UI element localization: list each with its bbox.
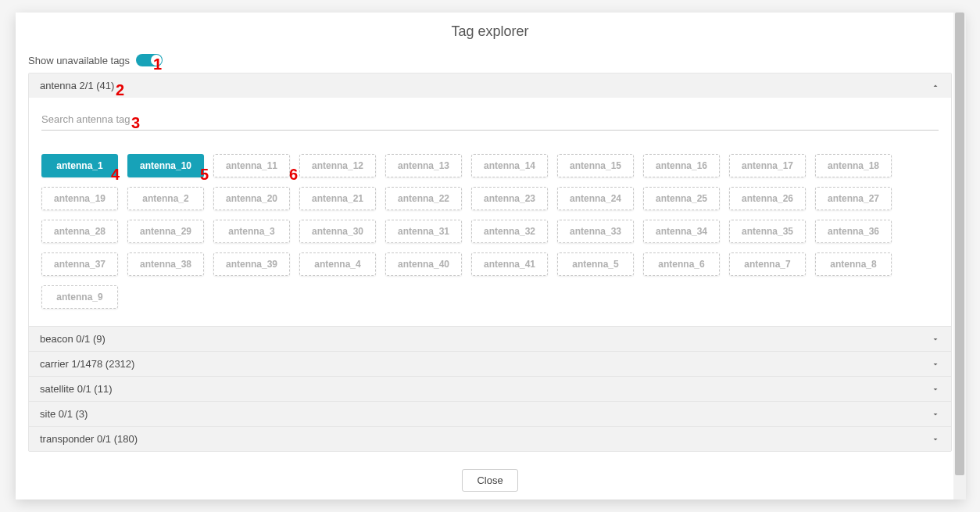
toggle-label: Show unavailable tags [28, 55, 130, 66]
tag-antenna-7[interactable]: antenna_7 [729, 252, 806, 276]
tag-antenna-21[interactable]: antenna_21 [299, 187, 376, 210]
tag-antenna-15[interactable]: antenna_15 [557, 154, 634, 177]
tag-grid: antenna_1 antenna_10 antenna_11 antenna_… [41, 140, 939, 312]
accordion-item-antenna: antenna 2/1 (41) antenna_1 antenna_10 an… [29, 73, 951, 326]
accordion-header-label: antenna 2/1 (41) [40, 80, 114, 91]
tag-antenna-16[interactable]: antenna_16 [643, 154, 720, 177]
modal-footer: Close [16, 461, 964, 499]
tag-antenna-41[interactable]: antenna_41 [471, 252, 548, 276]
accordion-header-label: transponder 0/1 (180) [40, 433, 138, 445]
accordion-item-beacon: beacon 0/1 (9) [29, 326, 951, 351]
accordion-header-site[interactable]: site 0/1 (3) [29, 401, 951, 426]
chevron-down-icon [931, 410, 940, 419]
tag-antenna-8[interactable]: antenna_8 [815, 252, 892, 276]
tag-antenna-31[interactable]: antenna_31 [385, 220, 462, 243]
chevron-down-icon [931, 385, 940, 394]
accordion-header-label: carrier 1/1478 (2312) [40, 358, 134, 370]
tag-antenna-6[interactable]: antenna_6 [643, 252, 720, 276]
accordion-header-label: site 0/1 (3) [40, 408, 88, 420]
chevron-down-icon [931, 335, 940, 344]
accordion-item-transponder: transponder 0/1 (180) [29, 426, 951, 451]
tag-antenna-4[interactable]: antenna_4 [299, 252, 376, 276]
accordion-header-carrier[interactable]: carrier 1/1478 (2312) [29, 351, 951, 376]
accordion-header-transponder[interactable]: transponder 0/1 (180) [29, 426, 951, 451]
accordion: antenna 2/1 (41) antenna_1 antenna_10 an… [28, 73, 952, 452]
tag-antenna-9[interactable]: antenna_9 [41, 285, 118, 309]
accordion-header-antenna[interactable]: antenna 2/1 (41) [29, 73, 951, 98]
tag-antenna-20[interactable]: antenna_20 [213, 187, 290, 210]
tag-antenna-2[interactable]: antenna_2 [127, 187, 204, 210]
tag-antenna-24[interactable]: antenna_24 [557, 187, 634, 210]
page-scrollbar[interactable] [953, 13, 966, 499]
accordion-header-label: beacon 0/1 (9) [40, 333, 106, 345]
tag-antenna-39[interactable]: antenna_39 [213, 252, 290, 276]
modal-body: Show unavailable tags antenna 2/1 (41) [16, 51, 964, 461]
accordion-item-site: site 0/1 (3) [29, 401, 951, 426]
modal-title: Tag explorer [16, 13, 964, 51]
tag-antenna-22[interactable]: antenna_22 [385, 187, 462, 210]
accordion-header-satellite[interactable]: satellite 0/1 (11) [29, 376, 951, 401]
accordion-body-antenna: antenna_1 antenna_10 antenna_11 antenna_… [29, 98, 951, 326]
show-unavailable-toggle[interactable] [136, 54, 163, 66]
tag-antenna-18[interactable]: antenna_18 [815, 154, 892, 177]
scrollbar-thumb[interactable] [955, 13, 964, 475]
tag-antenna-17[interactable]: antenna_17 [729, 154, 806, 177]
tag-explorer-modal: Tag explorer Show unavailable tags anten… [16, 13, 964, 499]
tag-antenna-27[interactable]: antenna_27 [815, 187, 892, 210]
tag-antenna-33[interactable]: antenna_33 [557, 220, 634, 243]
chevron-down-icon [931, 360, 940, 369]
tag-antenna-37[interactable]: antenna_37 [41, 252, 118, 276]
accordion-header-label: satellite 0/1 (11) [40, 383, 113, 395]
tag-antenna-29[interactable]: antenna_29 [127, 220, 204, 243]
tag-antenna-30[interactable]: antenna_30 [299, 220, 376, 243]
tag-antenna-26[interactable]: antenna_26 [729, 187, 806, 210]
tag-antenna-13[interactable]: antenna_13 [385, 154, 462, 177]
search-input[interactable] [41, 109, 939, 131]
show-unavailable-toggle-row: Show unavailable tags [28, 54, 952, 66]
tag-antenna-23[interactable]: antenna_23 [471, 187, 548, 210]
tag-antenna-19[interactable]: antenna_19 [41, 187, 118, 210]
close-button[interactable]: Close [462, 469, 517, 492]
tag-antenna-10[interactable]: antenna_10 [127, 154, 204, 177]
tag-antenna-28[interactable]: antenna_28 [41, 220, 118, 243]
tag-antenna-25[interactable]: antenna_25 [643, 187, 720, 210]
tag-antenna-12[interactable]: antenna_12 [299, 154, 376, 177]
accordion-item-satellite: satellite 0/1 (11) [29, 376, 951, 401]
tag-antenna-14[interactable]: antenna_14 [471, 154, 548, 177]
tag-antenna-5[interactable]: antenna_5 [557, 252, 634, 276]
chevron-down-icon [931, 435, 940, 444]
tag-antenna-36[interactable]: antenna_36 [815, 220, 892, 243]
tag-antenna-32[interactable]: antenna_32 [471, 220, 548, 243]
chevron-up-icon [931, 81, 940, 91]
tag-antenna-35[interactable]: antenna_35 [729, 220, 806, 243]
tag-antenna-34[interactable]: antenna_34 [643, 220, 720, 243]
tag-antenna-1[interactable]: antenna_1 [41, 154, 118, 177]
accordion-header-beacon[interactable]: beacon 0/1 (9) [29, 326, 951, 351]
tag-antenna-40[interactable]: antenna_40 [385, 252, 462, 276]
tag-antenna-11[interactable]: antenna_11 [213, 154, 290, 177]
accordion-item-carrier: carrier 1/1478 (2312) [29, 351, 951, 376]
tag-antenna-38[interactable]: antenna_38 [127, 252, 204, 276]
tag-antenna-3[interactable]: antenna_3 [213, 220, 290, 243]
